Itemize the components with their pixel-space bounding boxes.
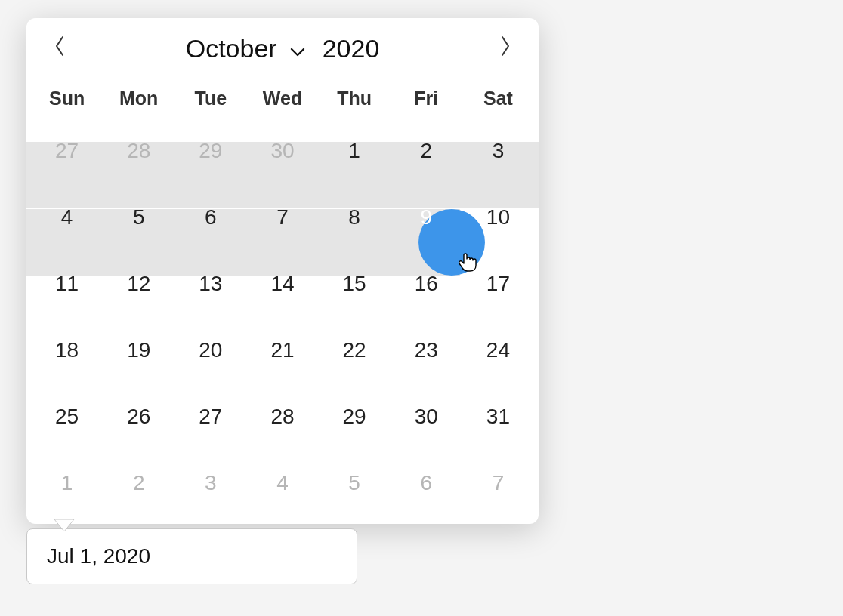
weekday-row: Sun Mon Tue Wed Thu Fri Sat — [26, 79, 539, 118]
weekday-label: Wed — [246, 79, 318, 118]
chevron-right-icon — [499, 34, 512, 63]
day-cell[interactable]: 2 — [103, 450, 174, 516]
day-cell[interactable]: 27 — [174, 383, 246, 450]
day-cell[interactable]: 28 — [103, 118, 174, 184]
svg-marker-1 — [56, 520, 73, 530]
popover-caret-icon — [53, 518, 76, 534]
day-cell[interactable]: 7 — [462, 450, 534, 516]
day-cell[interactable]: 29 — [319, 383, 391, 450]
weekday-label: Sun — [31, 79, 103, 118]
day-cell[interactable]: 4 — [246, 450, 318, 516]
weekday-label: Fri — [391, 79, 462, 118]
day-cell[interactable]: 3 — [462, 118, 534, 184]
day-cell[interactable]: 28 — [246, 383, 318, 450]
day-cell[interactable]: 21 — [246, 317, 318, 383]
day-cell[interactable]: 20 — [174, 317, 246, 383]
date-input[interactable]: Jul 1, 2020 — [26, 528, 357, 584]
day-cell[interactable]: 1 — [319, 118, 391, 184]
day-cell[interactable]: 6 — [391, 450, 462, 516]
day-cell[interactable]: 11 — [31, 251, 103, 317]
day-cell[interactable]: 25 — [31, 383, 103, 450]
day-cell[interactable]: 6 — [174, 184, 246, 251]
day-cell[interactable]: 5 — [319, 450, 391, 516]
weekday-label: Tue — [174, 79, 246, 118]
date-input-value: Jul 1, 2020 — [47, 544, 150, 568]
day-cell[interactable]: 7 — [246, 184, 318, 251]
calendar-title-group: October 2020 — [186, 34, 380, 63]
next-month-button[interactable] — [483, 26, 528, 71]
day-cell[interactable]: 1 — [31, 450, 103, 516]
day-cell[interactable]: 23 — [391, 317, 462, 383]
chevron-left-icon — [53, 34, 66, 63]
chevron-down-icon — [289, 34, 306, 63]
day-cell[interactable]: 2 — [391, 118, 462, 184]
day-cell[interactable]: 16 — [391, 251, 462, 317]
day-cell[interactable]: 12 — [103, 251, 174, 317]
day-cell[interactable]: 30 — [246, 118, 318, 184]
weekday-label: Mon — [103, 79, 174, 118]
day-cell[interactable]: 31 — [462, 383, 534, 450]
month-select[interactable]: October — [186, 34, 306, 63]
day-cell-hovered[interactable]: 9 — [391, 184, 462, 251]
year-select[interactable]: 2020 — [323, 34, 380, 63]
day-cell[interactable]: 10 — [462, 184, 534, 251]
day-cell[interactable]: 15 — [319, 251, 391, 317]
day-cell[interactable]: 8 — [319, 184, 391, 251]
month-label: October — [186, 34, 277, 63]
day-cell[interactable]: 29 — [174, 118, 246, 184]
weekday-label: Thu — [319, 79, 391, 118]
day-cell[interactable]: 14 — [246, 251, 318, 317]
day-cell[interactable]: 26 — [103, 383, 174, 450]
calendar-header: October 2020 — [26, 18, 539, 79]
prev-month-button[interactable] — [37, 26, 82, 71]
day-cell[interactable]: 22 — [319, 317, 391, 383]
day-cell[interactable]: 18 — [31, 317, 103, 383]
day-cell[interactable]: 3 — [174, 450, 246, 516]
day-cell[interactable]: 5 — [103, 184, 174, 251]
day-cell[interactable]: 19 — [103, 317, 174, 383]
day-cell[interactable]: 24 — [462, 317, 534, 383]
calendar-grid: 27 28 29 30 1 2 3 4 5 6 7 8 9 10 11 12 1… — [26, 118, 539, 521]
weekday-label: Sat — [462, 79, 534, 118]
day-cell[interactable]: 27 — [31, 118, 103, 184]
day-cell[interactable]: 4 — [31, 184, 103, 251]
day-cell[interactable]: 13 — [174, 251, 246, 317]
pointer-cursor-icon — [458, 251, 479, 273]
day-cell[interactable]: 30 — [391, 383, 462, 450]
